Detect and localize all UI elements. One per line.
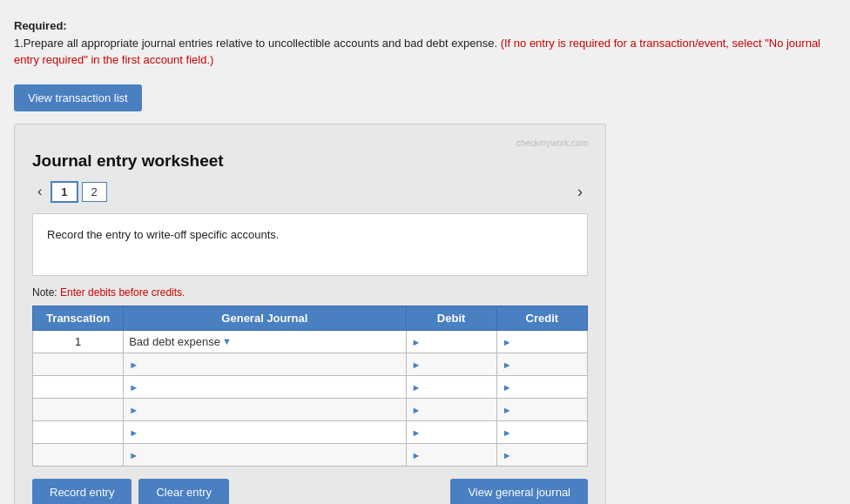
col-header-general: General Journal xyxy=(124,306,406,330)
credit-cell-2[interactable]: ► xyxy=(496,353,587,375)
credit-cell-4[interactable]: ► xyxy=(496,398,587,420)
general-text-1: Bad debt expense xyxy=(129,335,220,348)
table-row: 1 Bad debt expense ▼ ► ► xyxy=(33,330,588,353)
debit-indicator-1: ► xyxy=(412,337,422,347)
next-page-button[interactable]: › xyxy=(572,181,588,203)
debit-indicator-3: ► xyxy=(412,382,422,393)
clear-entry-button[interactable]: Clear entry xyxy=(138,479,229,505)
general-indicator-3: ► xyxy=(129,382,138,393)
instruction-content: Record the entry to write-off specific a… xyxy=(47,228,279,241)
trans-cell-4 xyxy=(33,398,124,420)
credit-indicator-2: ► xyxy=(503,360,512,370)
credit-indicator-1: ► xyxy=(503,337,512,347)
table-row: ► ► ► xyxy=(33,398,588,420)
trans-cell-2 xyxy=(33,353,124,375)
required-section: Required: 1.Prepare all appropriate jour… xyxy=(14,14,836,72)
col-header-debit: Debit xyxy=(406,306,496,330)
debit-cell-6[interactable]: ► xyxy=(406,443,496,466)
debit-indicator-5: ► xyxy=(412,427,422,438)
record-entry-button[interactable]: Record entry xyxy=(32,479,132,505)
debit-cell-1[interactable]: ► xyxy=(406,330,496,353)
note-line: Note: Enter debits before credits. xyxy=(32,286,588,299)
credit-indicator-3: ► xyxy=(503,382,512,393)
debit-cell-4[interactable]: ► xyxy=(406,398,496,420)
debit-cell-5[interactable]: ► xyxy=(406,420,496,443)
credit-cell-6[interactable]: ► xyxy=(496,443,587,466)
trans-cell-1: 1 xyxy=(33,330,124,353)
credit-indicator-4: ► xyxy=(503,405,512,415)
debit-cell-3[interactable]: ► xyxy=(406,375,496,398)
general-indicator-6: ► xyxy=(129,450,138,460)
debit-indicator-2: ► xyxy=(412,360,422,370)
pagination: ‹ 1 2 › xyxy=(32,181,588,203)
page-2-button[interactable]: 2 xyxy=(82,182,107,202)
journal-table: Transcation General Journal Debit Credit… xyxy=(32,306,588,467)
general-cell-4[interactable]: ► xyxy=(124,398,406,420)
table-row: ► ► ► xyxy=(33,420,588,443)
prev-page-button[interactable]: ‹ xyxy=(32,182,47,201)
dropdown-arrow-1[interactable]: ▼ xyxy=(222,336,232,346)
table-row: ► ► ► xyxy=(33,443,588,466)
page-1-button[interactable]: 1 xyxy=(51,181,78,203)
debit-indicator-6: ► xyxy=(412,450,422,460)
general-cell-2[interactable]: ► xyxy=(124,353,406,375)
instruction-box: Record the entry to write-off specific a… xyxy=(32,213,588,276)
general-cell-6[interactable]: ► xyxy=(124,443,406,466)
general-indicator-4: ► xyxy=(129,405,138,415)
note-label: Note: xyxy=(32,286,57,299)
credit-indicator-6: ► xyxy=(503,450,512,460)
col-header-transaction: Transcation xyxy=(33,306,124,330)
view-transaction-button[interactable]: View transaction list xyxy=(14,84,142,111)
view-general-journal-button[interactable]: View general journal xyxy=(450,479,588,505)
general-indicator-2: ► xyxy=(129,360,138,370)
debit-cell-2[interactable]: ► xyxy=(406,353,496,375)
worksheet-container: checkmywork.com Journal entry worksheet … xyxy=(14,124,606,505)
col-header-credit: Credit xyxy=(496,306,587,330)
watermark: checkmywork.com xyxy=(32,138,588,148)
trans-cell-6 xyxy=(33,443,124,466)
general-indicator-5: ► xyxy=(129,427,138,438)
table-row: ► ► ► xyxy=(33,353,588,375)
trans-cell-5 xyxy=(33,420,124,443)
credit-cell-3[interactable]: ► xyxy=(496,375,587,398)
required-label: Required: xyxy=(14,19,67,32)
worksheet-title: Journal entry worksheet xyxy=(32,151,588,171)
debit-indicator-4: ► xyxy=(412,405,422,415)
note-content: Enter debits before credits. xyxy=(60,286,185,299)
general-cell-5[interactable]: ► xyxy=(124,420,406,443)
instruction-text: 1.Prepare all appropriate journal entrie… xyxy=(14,37,497,50)
credit-cell-5[interactable]: ► xyxy=(496,420,587,443)
general-cell-1[interactable]: Bad debt expense ▼ xyxy=(124,330,406,353)
credit-indicator-5: ► xyxy=(503,427,512,438)
credit-cell-1[interactable]: ► xyxy=(496,330,587,353)
trans-cell-3 xyxy=(33,375,124,398)
action-buttons: Record entry Clear entry View general jo… xyxy=(32,479,588,505)
general-cell-3[interactable]: ► xyxy=(124,375,406,398)
table-row: ► ► ► xyxy=(33,375,588,398)
